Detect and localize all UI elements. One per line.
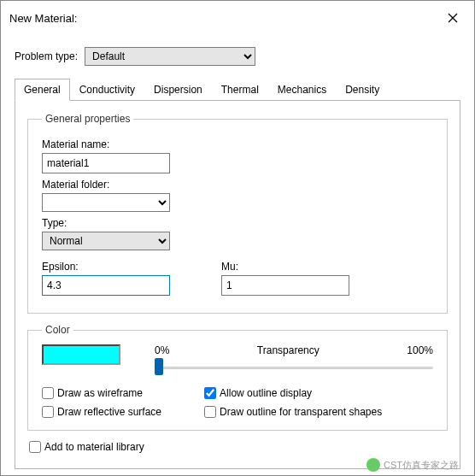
window-title: New Material: <box>9 12 77 25</box>
close-button[interactable] <box>440 8 466 28</box>
tab-dispersion[interactable]: Dispersion <box>144 79 212 101</box>
transparency-label: Transparency <box>257 344 320 356</box>
tab-mechanics[interactable]: Mechanics <box>268 79 336 101</box>
material-folder-select[interactable] <box>42 193 170 212</box>
slider-thumb[interactable] <box>155 358 163 375</box>
mu-input[interactable] <box>221 275 349 296</box>
tab-general[interactable]: General <box>15 79 70 101</box>
tab-thermal[interactable]: Thermal <box>212 79 268 101</box>
transparency-slider[interactable] <box>155 358 433 375</box>
slider-track <box>155 367 433 369</box>
mu-label: Mu: <box>221 261 349 273</box>
general-properties-legend: General properties <box>42 113 133 125</box>
type-select[interactable]: Normal <box>42 232 170 250</box>
transparency-0: 0% <box>155 344 169 356</box>
type-label: Type: <box>42 217 433 229</box>
tab-density[interactable]: Density <box>336 79 389 101</box>
epsilon-input[interactable] <box>42 275 170 296</box>
tabs: General Conductivity Dispersion Thermal … <box>15 78 460 101</box>
problem-type-label: Problem type: <box>15 50 78 62</box>
outline-transparent-checkbox[interactable]: Draw outline for transparent shapes <box>204 406 382 418</box>
close-icon <box>448 13 458 23</box>
material-name-label: Material name: <box>42 138 433 150</box>
epsilon-label: Epsilon: <box>42 261 170 273</box>
tab-conductivity[interactable]: Conductivity <box>70 79 144 101</box>
material-folder-label: Material folder: <box>42 179 433 191</box>
add-to-library-checkbox[interactable]: Add to material library <box>29 441 446 453</box>
transparency-100: 100% <box>407 344 433 356</box>
wireframe-checkbox[interactable]: Draw as wireframe <box>42 387 161 399</box>
color-swatch[interactable] <box>42 344 120 365</box>
material-name-input[interactable] <box>42 153 170 173</box>
problem-type-select[interactable]: Default <box>85 47 255 66</box>
wechat-icon <box>367 458 380 472</box>
color-group: Color 0% Transparency 100% <box>27 324 448 431</box>
color-legend: Color <box>42 324 73 336</box>
outline-checkbox[interactable]: Allow outline display <box>204 387 382 399</box>
general-properties-group: General properties Material name: Materi… <box>27 113 448 314</box>
reflective-checkbox[interactable]: Draw reflective surface <box>42 406 161 418</box>
watermark: CST仿真专家之路 <box>367 458 459 472</box>
